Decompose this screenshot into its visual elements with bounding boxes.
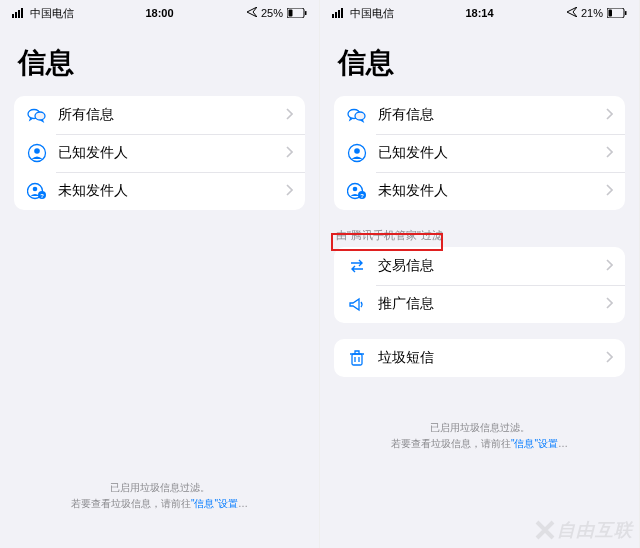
svg-point-10 (34, 148, 40, 154)
chevron-right-icon (606, 295, 613, 313)
row-label: 未知发件人 (58, 182, 286, 200)
battery-icon (287, 8, 307, 18)
chevron-right-icon (286, 106, 293, 124)
svg-rect-18 (341, 8, 343, 18)
svg-rect-6 (305, 11, 307, 15)
signal-icon (12, 8, 26, 18)
row-label: 所有信息 (58, 106, 286, 124)
footer-line1: 已启用垃圾信息过滤。 (0, 480, 319, 496)
row-label: 已知发件人 (378, 144, 606, 162)
filter-group-main: 所有信息 已知发件人 ? 未知发件人 (334, 96, 625, 210)
page-title: 信息 (0, 26, 319, 96)
watermark-text: 自由互联 (557, 518, 633, 542)
chat-bubbles-icon (346, 104, 368, 126)
row-known-senders[interactable]: 已知发件人 (334, 134, 625, 172)
row-label: 所有信息 (378, 106, 606, 124)
location-icon (567, 7, 577, 19)
svg-rect-21 (625, 11, 627, 15)
filter-group-main: 所有信息 已知发件人 ? 未知发件人 (14, 96, 305, 210)
signal-icon (332, 8, 346, 18)
footer-note: 已启用垃圾信息过滤。 若要查看垃圾信息，请前往"信息"设置… (0, 480, 319, 512)
footer-settings-link[interactable]: "信息"设置 (511, 438, 558, 449)
svg-rect-1 (15, 12, 17, 18)
svg-point-27 (353, 187, 358, 192)
svg-rect-20 (609, 10, 613, 17)
footer-line2b: … (558, 438, 568, 449)
filter-group-tencent: 交易信息 推广信息 (334, 247, 625, 323)
svg-rect-17 (338, 10, 340, 18)
row-label: 垃圾短信 (378, 349, 606, 367)
chevron-right-icon (606, 257, 613, 275)
person-circle-icon (346, 142, 368, 164)
chevron-right-icon (606, 182, 613, 200)
status-bar: 中国电信 18:14 21% (320, 0, 639, 26)
megaphone-icon (346, 293, 368, 315)
footer-settings-link[interactable]: "信息"设置 (191, 498, 238, 509)
chevron-right-icon (606, 349, 613, 367)
svg-rect-15 (332, 14, 334, 18)
footer-line2b: … (238, 498, 248, 509)
svg-text:?: ? (360, 193, 364, 199)
row-unknown-senders[interactable]: ? 未知发件人 (334, 172, 625, 210)
row-label: 已知发件人 (58, 144, 286, 162)
footer-line2a: 若要查看垃圾信息，请前往 (71, 498, 191, 509)
clock: 18:00 (145, 7, 173, 19)
svg-rect-2 (18, 10, 20, 18)
watermark: 自由互联 (535, 518, 633, 542)
row-known-senders[interactable]: 已知发件人 (14, 134, 305, 172)
svg-point-25 (354, 148, 360, 154)
page-title: 信息 (320, 26, 639, 96)
row-transactions[interactable]: 交易信息 (334, 247, 625, 285)
carrier-label: 中国电信 (350, 6, 394, 21)
chevron-right-icon (286, 182, 293, 200)
person-circle-icon (26, 142, 48, 164)
row-label: 未知发件人 (378, 182, 606, 200)
row-label: 交易信息 (378, 257, 606, 275)
chevron-right-icon (606, 106, 613, 124)
row-promotions[interactable]: 推广信息 (334, 285, 625, 323)
svg-rect-30 (352, 354, 362, 365)
phone-left: 中国电信 18:00 25% 信息 所有信息 已知发件人 (0, 0, 320, 548)
footer-note: 已启用垃圾信息过滤。 若要查看垃圾信息，请前往"信息"设置… (320, 420, 639, 452)
svg-rect-5 (289, 10, 293, 17)
svg-point-12 (33, 187, 38, 192)
svg-point-8 (35, 112, 45, 120)
transfer-arrows-icon (346, 255, 368, 277)
section-label-tencent: 由"腾讯手机管家"过滤 (320, 226, 639, 247)
battery-icon (607, 8, 627, 18)
svg-rect-0 (12, 14, 14, 18)
chat-bubbles-icon (26, 104, 48, 126)
row-all-messages[interactable]: 所有信息 (14, 96, 305, 134)
battery-percent: 25% (261, 7, 283, 19)
chevron-right-icon (606, 144, 613, 162)
phone-right: 中国电信 18:14 21% 信息 所有信息 已知发件人 (320, 0, 640, 548)
svg-text:?: ? (40, 193, 44, 199)
row-label: 推广信息 (378, 295, 606, 313)
person-question-icon: ? (346, 180, 368, 202)
svg-rect-16 (335, 12, 337, 18)
trash-icon (346, 347, 368, 369)
filter-group-junk: 垃圾短信 (334, 339, 625, 377)
row-unknown-senders[interactable]: ? 未知发件人 (14, 172, 305, 210)
battery-percent: 21% (581, 7, 603, 19)
clock: 18:14 (465, 7, 493, 19)
svg-rect-3 (21, 8, 23, 18)
svg-point-23 (355, 112, 365, 120)
carrier-label: 中国电信 (30, 6, 74, 21)
row-junk[interactable]: 垃圾短信 (334, 339, 625, 377)
person-question-icon: ? (26, 180, 48, 202)
location-icon (247, 7, 257, 19)
footer-line2a: 若要查看垃圾信息，请前往 (391, 438, 511, 449)
watermark-x-icon (535, 520, 555, 540)
row-all-messages[interactable]: 所有信息 (334, 96, 625, 134)
chevron-right-icon (286, 144, 293, 162)
status-bar: 中国电信 18:00 25% (0, 0, 319, 26)
footer-line1: 已启用垃圾信息过滤。 (320, 420, 639, 436)
